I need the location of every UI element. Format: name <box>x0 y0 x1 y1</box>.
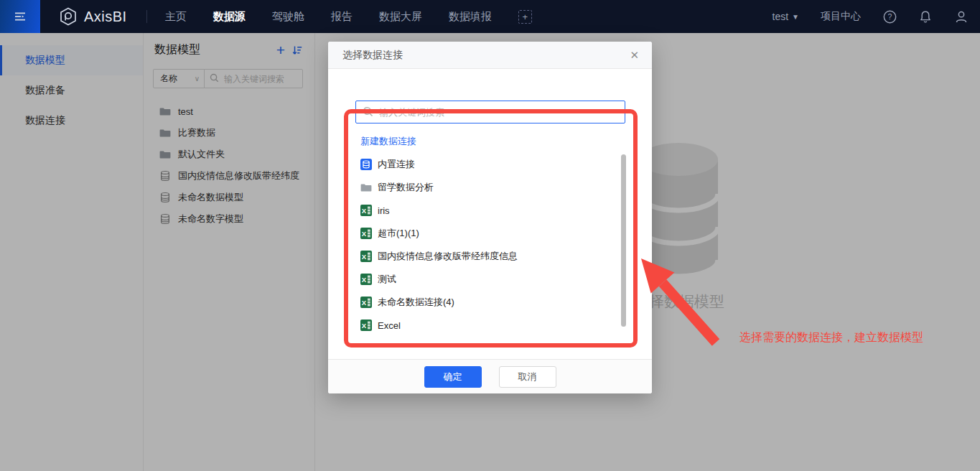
connection-item-label: iris <box>378 205 390 216</box>
dialog-search <box>355 101 625 123</box>
connection-item-label: 内置连接 <box>378 158 415 171</box>
bell-icon[interactable] <box>918 9 933 24</box>
nav-right-group: test ▼ 项目中心 ? <box>773 9 969 24</box>
excel-file-icon: X <box>360 228 372 239</box>
nav-item-datasource[interactable]: 数据源 <box>213 10 246 24</box>
excel-file-icon: X <box>360 274 372 285</box>
connection-item-label: 留学数据分析 <box>378 181 434 194</box>
connection-item-label: 超市(1)(1) <box>378 227 419 240</box>
top-navbar: AxisBI 主页 数据源 驾驶舱 报告 数据大屏 数据填报 + test ▼ … <box>0 0 980 33</box>
svg-text:X: X <box>362 299 367 307</box>
excel-file-icon: X <box>360 297 372 308</box>
user-menu-label: test <box>773 11 789 22</box>
folder-icon <box>360 182 372 193</box>
svg-text:X: X <box>362 230 367 238</box>
search-icon <box>363 106 373 117</box>
nav-item-home[interactable]: 主页 <box>165 10 187 24</box>
nav-item-datafill[interactable]: 数据填报 <box>449 10 492 24</box>
svg-text:X: X <box>362 253 367 261</box>
collapse-sidebar-button[interactable] <box>0 0 40 33</box>
nav-divider <box>146 10 147 23</box>
app-logo[interactable]: AxisBI <box>59 7 127 26</box>
axisbi-logo-icon <box>59 7 78 26</box>
excel-file-icon: X <box>360 205 372 216</box>
dialog-header: 选择数据连接 ✕ <box>328 42 652 69</box>
svg-text:X: X <box>362 322 367 330</box>
connection-item-label: 未命名数据连接(4) <box>378 296 454 309</box>
nav-item-report[interactable]: 报告 <box>331 10 353 24</box>
svg-text:X: X <box>362 276 367 284</box>
main-menu: 主页 数据源 驾驶舱 报告 数据大屏 数据填报 <box>165 10 492 24</box>
connection-item-label: 国内疫情信息修改版带经纬度信息 <box>378 250 518 263</box>
scrollbar-thumb[interactable] <box>621 154 626 327</box>
add-module-button[interactable]: + <box>518 10 532 24</box>
close-icon[interactable]: ✕ <box>630 50 639 60</box>
nav-item-bigscreen[interactable]: 数据大屏 <box>379 10 422 24</box>
ok-button[interactable]: 确定 <box>424 366 482 388</box>
annotation-text: 选择需要的数据连接，建立数据模型 <box>739 330 923 345</box>
connection-list: 新建数据连接 内置连接 留学数据分析 <box>360 130 609 337</box>
project-center-link[interactable]: 项目中心 <box>821 10 861 23</box>
connection-item-excel[interactable]: X 超市(1)(1) <box>360 222 609 245</box>
app-window: AxisBI 主页 数据源 驾驶舱 报告 数据大屏 数据填报 + test ▼ … <box>0 0 980 471</box>
nav-item-dashboard[interactable]: 驾驶舱 <box>272 10 304 24</box>
cancel-button[interactable]: 取消 <box>499 366 556 388</box>
new-connection-link[interactable]: 新建数据连接 <box>360 130 609 153</box>
excel-file-icon: X <box>360 251 372 262</box>
dialog-search-input[interactable] <box>355 101 625 123</box>
excel-file-icon: X <box>360 320 372 331</box>
connection-item-label: Excel <box>378 320 401 331</box>
connection-item-excel[interactable]: X 未命名数据连接(4) <box>360 291 609 314</box>
connection-item-excel[interactable]: X iris <box>360 199 609 222</box>
connection-item-excel[interactable]: X 国内疫情信息修改版带经纬度信息 <box>360 245 609 268</box>
dialog-title: 选择数据连接 <box>342 49 403 62</box>
connection-item-excel[interactable]: X 测试 <box>360 268 609 291</box>
help-icon[interactable]: ? <box>882 9 897 24</box>
new-connection-label: 新建数据连接 <box>360 135 416 148</box>
builtin-connection-icon <box>360 159 372 170</box>
select-connection-dialog: 选择数据连接 ✕ 新建数据连接 内置连接 <box>328 42 652 393</box>
connection-item-label: 测试 <box>378 273 396 286</box>
chevron-down-icon: ▼ <box>792 13 799 21</box>
svg-text:X: X <box>362 207 367 215</box>
hamburger-arrow-icon <box>14 10 27 23</box>
svg-text:?: ? <box>887 12 892 21</box>
user-menu[interactable]: test ▼ <box>773 11 799 22</box>
user-avatar-icon[interactable] <box>954 9 969 24</box>
connection-item-folder[interactable]: 留学数据分析 <box>360 176 609 199</box>
connection-item-excel[interactable]: X Excel <box>360 314 609 337</box>
logo-text: AxisBI <box>84 9 127 25</box>
connection-item-builtin[interactable]: 内置连接 <box>360 153 609 176</box>
dialog-footer: 确定 取消 <box>328 359 652 393</box>
